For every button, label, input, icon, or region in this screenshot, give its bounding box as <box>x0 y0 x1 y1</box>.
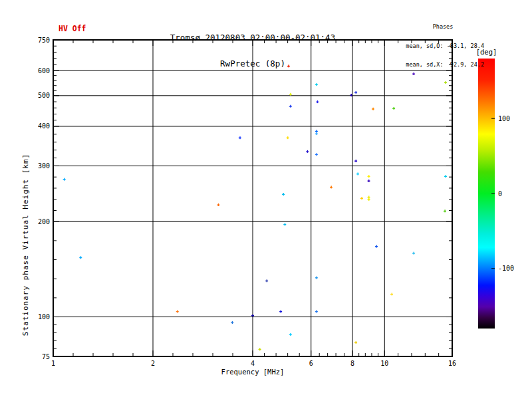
y-tick-label: 100 <box>38 313 50 321</box>
data-point <box>217 203 219 206</box>
data-point <box>330 186 332 188</box>
colorbar-tick-label: 0 <box>498 190 502 198</box>
colorbar-tick-label: 100 <box>498 115 510 122</box>
data-point <box>372 108 374 110</box>
data-point <box>279 310 282 313</box>
data-point <box>289 105 292 108</box>
data-point <box>239 136 241 139</box>
data-point <box>287 136 289 139</box>
data-point <box>265 279 268 282</box>
x-axis-title: Frequency [MHz] <box>221 368 285 376</box>
y-tick-label: 750 <box>38 37 50 44</box>
x-tick-label: 1 <box>51 360 55 367</box>
y-tick-label: 400 <box>38 122 50 130</box>
data-point <box>63 178 66 181</box>
data-point <box>282 193 285 196</box>
x-tick-label: 6 <box>309 360 313 367</box>
y-tick-label: 200 <box>38 218 50 225</box>
title-block: Tromsø 20120803 02:00:00-02:01:43 RwPret… <box>53 16 452 85</box>
data-point <box>316 100 319 103</box>
data-point <box>356 172 359 175</box>
data-point <box>412 252 415 255</box>
data-point <box>289 333 292 336</box>
phases-title: Phases <box>402 24 484 31</box>
phases-summary: Phases mean, sd,O: -83.1, 28.4 mean, sd,… <box>402 11 484 81</box>
data-point <box>368 198 370 201</box>
x-tick-label: 2 <box>151 360 155 367</box>
data-point <box>350 94 352 96</box>
data-point <box>375 245 378 248</box>
data-point <box>354 341 357 344</box>
data-point <box>306 150 309 153</box>
x-tick-label: 16 <box>448 360 456 367</box>
y-axis-title: Stationary phase Virtual Height [km] <box>21 154 30 336</box>
data-point <box>315 310 318 313</box>
data-point <box>390 293 393 295</box>
data-point <box>392 107 395 110</box>
plot-subtitle: RwPretec (8p) <box>53 59 452 68</box>
data-point <box>315 130 318 132</box>
data-point <box>444 175 447 178</box>
y-tick-label: 75 <box>42 353 50 360</box>
data-point <box>176 310 179 313</box>
data-point <box>251 314 254 317</box>
colorbar-tick-label: -100 <box>498 265 514 272</box>
data-point <box>79 256 82 259</box>
data-point <box>368 180 370 182</box>
y-tick-label: 600 <box>38 67 50 74</box>
plot-title: Tromsø 20120803 02:00:00-02:01:43 <box>53 33 452 42</box>
data-point <box>315 153 318 156</box>
data-point <box>259 348 261 350</box>
data-point <box>444 209 446 212</box>
data-point <box>354 91 357 94</box>
y-tick-label: 500 <box>38 92 50 99</box>
phases-mean-sd-x: mean, sd,X: 92.9, 24.2 <box>402 62 484 68</box>
ionogram-app: HV Off Tromsø 20120803 02:00:00-02:01:43… <box>0 0 532 399</box>
x-tick-label: 4 <box>251 360 255 367</box>
data-point <box>368 196 370 198</box>
data-point <box>354 160 357 162</box>
phases-mean-sd-o: mean, sd,O: -83.1, 28.4 <box>402 43 484 50</box>
data-point <box>289 93 292 96</box>
x-tick-label: 8 <box>350 360 354 367</box>
data-point <box>283 223 286 225</box>
x-tick-label: 10 <box>380 360 388 367</box>
data-point <box>315 132 318 135</box>
data-point <box>315 277 318 279</box>
data-point <box>231 321 233 324</box>
data-point <box>368 175 370 178</box>
data-point <box>360 197 363 200</box>
y-tick-label: 300 <box>38 162 50 170</box>
